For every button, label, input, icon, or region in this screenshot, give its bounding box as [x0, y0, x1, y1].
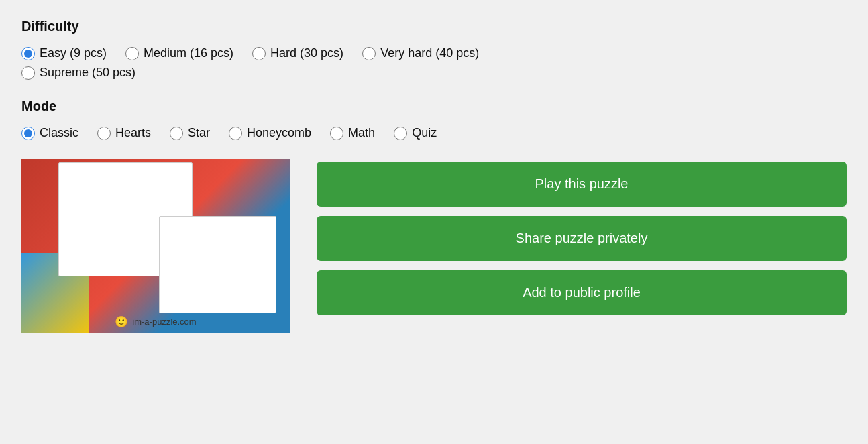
- difficulty-hard-label: Hard (30 pcs): [270, 46, 343, 60]
- difficulty-medium[interactable]: Medium (16 pcs): [125, 46, 233, 60]
- mode-star-radio[interactable]: [170, 127, 183, 140]
- puzzle-watermark: 🙂 im-a-puzzle.com: [21, 315, 290, 328]
- mode-hearts-label: Hearts: [115, 126, 151, 140]
- mode-honeycomb-radio[interactable]: [229, 127, 242, 140]
- mode-quiz-radio[interactable]: [394, 127, 407, 140]
- mode-quiz[interactable]: Quiz: [394, 126, 437, 140]
- difficulty-easy[interactable]: Easy (9 pcs): [21, 46, 107, 60]
- difficulty-group-2: Supreme (50 pcs): [21, 66, 847, 80]
- play-puzzle-button[interactable]: Play this puzzle: [317, 162, 847, 207]
- difficulty-title: Difficulty: [21, 19, 847, 34]
- smiley-icon: 🙂: [115, 315, 128, 328]
- difficulty-very-hard[interactable]: Very hard (40 pcs): [362, 46, 479, 60]
- difficulty-very-hard-label: Very hard (40 pcs): [380, 46, 479, 60]
- mode-star[interactable]: Star: [170, 126, 210, 140]
- watermark-text: im-a-puzzle.com: [132, 317, 196, 327]
- main-container: Difficulty Easy (9 pcs) Medium (16 pcs) …: [0, 0, 868, 444]
- mode-group: Classic Hearts Star Honeycomb Math Quiz: [21, 126, 847, 140]
- difficulty-very-hard-radio[interactable]: [362, 47, 376, 60]
- mode-honeycomb[interactable]: Honeycomb: [229, 126, 311, 140]
- difficulty-easy-label: Easy (9 pcs): [40, 46, 107, 60]
- difficulty-supreme-radio[interactable]: [21, 66, 35, 80]
- mode-hearts-radio[interactable]: [97, 127, 111, 140]
- buttons-area: Play this puzzle Share puzzle privately …: [317, 159, 847, 315]
- mode-quiz-label: Quiz: [412, 126, 437, 140]
- difficulty-supreme-label: Supreme (50 pcs): [40, 66, 135, 80]
- mode-math[interactable]: Math: [330, 126, 375, 140]
- difficulty-medium-radio[interactable]: [125, 47, 139, 60]
- mode-title: Mode: [21, 99, 847, 114]
- mode-section: Mode Classic Hearts Star Honeycomb Math: [21, 99, 847, 140]
- puzzle-preview: 🙂 im-a-puzzle.com: [21, 159, 290, 333]
- mode-hearts[interactable]: Hearts: [97, 126, 151, 140]
- mode-math-label: Math: [348, 126, 375, 140]
- mode-star-label: Star: [188, 126, 210, 140]
- mode-math-radio[interactable]: [330, 127, 343, 140]
- bottom-area: 🙂 im-a-puzzle.com Play this puzzle Share…: [21, 159, 847, 333]
- difficulty-medium-label: Medium (16 pcs): [144, 46, 233, 60]
- puzzle-piece-2: [159, 216, 276, 313]
- difficulty-group: Easy (9 pcs) Medium (16 pcs) Hard (30 pc…: [21, 46, 847, 60]
- mode-classic-radio[interactable]: [21, 127, 35, 140]
- mode-classic[interactable]: Classic: [21, 126, 78, 140]
- share-puzzle-button[interactable]: Share puzzle privately: [317, 216, 847, 261]
- difficulty-hard-radio[interactable]: [252, 47, 266, 60]
- mode-classic-label: Classic: [40, 126, 78, 140]
- add-profile-button[interactable]: Add to public profile: [317, 270, 847, 315]
- difficulty-hard[interactable]: Hard (30 pcs): [252, 46, 343, 60]
- difficulty-supreme[interactable]: Supreme (50 pcs): [21, 66, 135, 80]
- mode-honeycomb-label: Honeycomb: [247, 126, 311, 140]
- difficulty-easy-radio[interactable]: [21, 47, 35, 60]
